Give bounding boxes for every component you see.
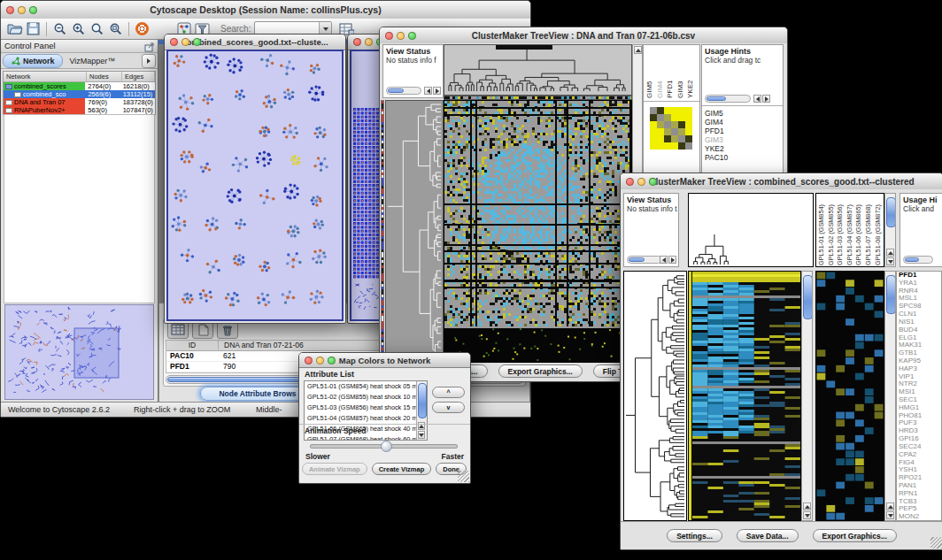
col-network[interactable]: Network [4,72,87,81]
animate-vizmap-button[interactable]: Animate Vizmap [302,463,367,475]
scroll-thumb[interactable] [706,96,726,101]
tab-overflow-icon[interactable] [142,54,156,68]
summary-matrix[interactable] [650,107,692,150]
attribute-list-item[interactable]: GPL51-02 (GSM855) heat shock 10 min [305,392,427,403]
treeview2-button[interactable]: Save Data... [737,529,799,542]
birdseye-view[interactable] [4,304,154,400]
network-list-row[interactable]: combined_sco2569(6)13112(15) [4,90,155,98]
zoom-heatmap-canvas[interactable] [815,271,884,521]
col-id[interactable]: ID [166,341,219,350]
scroll-left-icon[interactable] [660,256,668,264]
open-file-icon[interactable] [5,19,24,38]
slider-thumb[interactable] [381,441,392,452]
scroll-thumb[interactable] [886,275,896,314]
main-titlebar[interactable]: Cytoscape Desktop (Session Name: collins… [1,1,530,19]
status-hscrollbar[interactable] [386,87,421,95]
treeview1-titlebar[interactable]: ClusterMaker TreeView : DNA and Tran 07-… [380,27,787,44]
gene-label[interactable]: MON2 [897,513,941,521]
scroll-right-icon[interactable] [668,256,676,264]
zoom-window-icon[interactable] [29,6,37,14]
scroll-left-icon[interactable] [424,87,432,95]
resize-grip[interactable] [930,537,942,548]
resize-grip[interactable] [458,471,469,482]
close-icon[interactable] [305,357,313,364]
scroll-thumb[interactable] [418,383,427,418]
column-dendrogram[interactable] [688,193,814,267]
minimize-icon[interactable] [365,38,373,46]
scroll-thumb[interactable] [905,257,919,262]
minimize-icon[interactable] [181,38,189,46]
zoom-window-icon[interactable] [408,32,416,40]
scroll-up-icon[interactable] [634,46,642,54]
gene-label[interactable]: GIM5 [702,109,783,118]
heatmap-vscrollbar[interactable] [801,271,813,521]
minimize-icon[interactable] [397,32,405,40]
minimize-icon[interactable] [18,6,26,14]
scroll-down-icon[interactable] [886,511,894,519]
scroll-right-icon[interactable] [762,95,770,103]
row-dendrogram[interactable] [623,271,687,521]
scroll-thumb[interactable] [388,88,404,93]
animation-speed-slider[interactable] [310,444,458,449]
network-canvas[interactable] [166,50,344,321]
scroll-down-icon[interactable] [803,511,811,519]
heatmap-canvas[interactable] [688,271,801,521]
network-titlebar[interactable]: combined_scores_good.txt--cluste... [165,35,345,50]
treeview2-button[interactable]: Export Graphics... [813,529,897,542]
zoom-window-icon[interactable] [193,38,201,46]
help-lifering-icon[interactable] [133,19,151,38]
col-edges[interactable]: Edges [122,72,155,81]
attribute-list-item[interactable]: GPL51-07 (GSM868) heat shock 60 min [305,434,427,441]
gene-label[interactable]: GIM3 [702,135,783,144]
scroll-up-icon[interactable] [886,249,894,257]
tab-vizmapper[interactable]: VizMapper™ [63,55,123,67]
labels-vscrollbar[interactable] [884,193,896,267]
gene-label[interactable]: PFD1 [702,127,783,135]
zoom-hscrollbar[interactable] [705,95,751,103]
dialog-titlebar[interactable]: Map Colors to Network [299,353,470,368]
network-list-row[interactable]: RNAPuberNov2+563(0)107847(0) [4,106,155,114]
scroll-down-icon[interactable] [886,257,894,265]
create-vizmap-button[interactable]: Create Vizmap [372,463,432,475]
network-list-row[interactable]: DNA and Tran 07769(0)183728(0) [4,98,155,106]
zoom-window-icon[interactable] [649,178,657,186]
treeview2-button[interactable]: Settings... [667,529,722,542]
gene-label[interactable]: YKE2 [702,144,783,153]
scroll-right-icon[interactable] [433,87,441,95]
zoom-actual-icon[interactable] [88,19,106,38]
move-down-button[interactable]: v [432,402,465,413]
zoom-fit-icon[interactable] [106,19,125,38]
treeview1-button[interactable]: Export Graphics... [498,364,583,378]
scroll-thumb[interactable] [629,257,645,262]
gene-label[interactable]: GIM4 [702,118,783,127]
close-icon[interactable] [626,178,634,186]
attribute-list-item[interactable]: GPL51-04 (GSM857) heat shock 20 min [305,413,427,424]
column-dendrogram[interactable] [444,44,632,96]
zoom-out-icon[interactable] [50,19,69,38]
tab-network[interactable]: Network [3,54,63,68]
col-nodes[interactable]: Nodes [87,72,122,81]
row-dendrogram[interactable] [385,100,444,363]
float-panel-icon[interactable] [144,42,155,52]
zoom-window-icon[interactable] [328,357,336,364]
genes-vscrollbar[interactable] [884,271,896,521]
scroll-thumb[interactable] [803,275,813,319]
close-icon[interactable] [353,38,361,46]
scroll-thumb[interactable] [886,197,896,227]
attribute-list-item[interactable]: GPL51-03 (GSM856) heat shock 15 min [305,403,427,413]
network-list-row[interactable]: combined_scores2764(0)16218(0) [4,82,155,90]
close-icon[interactable] [170,38,178,46]
heatmap-canvas[interactable] [444,100,632,363]
save-icon[interactable] [24,19,42,38]
minimize-icon[interactable] [637,178,645,186]
minimize-icon[interactable] [316,357,324,364]
usage-hscrollbar[interactable] [903,256,933,264]
scroll-left-icon[interactable] [753,95,761,103]
status-hscrollbar[interactable] [627,256,662,264]
scroll-up-icon[interactable] [803,502,811,510]
close-icon[interactable] [6,6,14,14]
move-up-button[interactable]: ^ [432,387,465,398]
treeview2-titlebar[interactable]: ClusterMaker TreeView : combined_scores_… [621,173,942,190]
close-icon[interactable] [385,32,393,40]
zoom-in-icon[interactable] [69,19,88,38]
